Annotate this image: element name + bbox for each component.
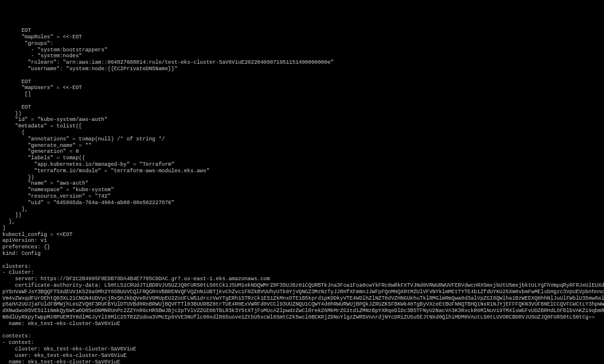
terminal-line (2, 98, 602, 104)
terminal-line: ] (2, 225, 602, 232)
terminal-line: - context: (2, 340, 602, 346)
terminal-line: cluster: eks_test-eks-cluster-SaV6ViuE (2, 346, 602, 353)
terminal-line: p5aHA2UUJjaFUldFBMWjhLeUZVQ0F3RUFBYUlDTU… (2, 301, 602, 308)
terminal-line: N0dlUyRXpyTwppMzRPUEM3Y0dlMGJyYlI0MlC2ST… (2, 314, 602, 321)
terminal-line: clusters: (2, 264, 602, 270)
terminal-line: user: eks_test-eks-cluster-SaV6ViuE (2, 353, 602, 359)
terminal-line: EOT (2, 28, 602, 34)
terminal-output: EOT "mapRoles" = <<-EOT "groups": - "sys… (2, 28, 602, 364)
terminal-line: - "system:bootstrappers" (2, 47, 602, 54)
terminal-line: "name" = "aws-auth" (2, 181, 602, 187)
terminal-line: "mapRoles" = <<-EOT (2, 34, 602, 41)
terminal-line: dXNwdwo0SVES1l1NmkQybWtwODRSeDNMNRUnPc2Z… (2, 308, 602, 314)
terminal-line: { (2, 130, 602, 136)
terminal-line: apiVersion: v1 (2, 238, 602, 244)
terminal-line: ]) (2, 212, 602, 219)
terminal-line: "resource_version" = "742" (2, 194, 602, 200)
terminal-line: }) (2, 111, 602, 117)
terminal-line: pYSnVaWFJsY3BQQFTSXdEUV1KS29a5Mh2Y05BUUV… (2, 289, 602, 296)
terminal-line: name: eks_test-eks-cluster-SaV6ViuE (2, 321, 602, 327)
terminal-line: "rolearn": "arn:aws:iam::064827688814:ro… (2, 60, 602, 66)
terminal-line: EOT (2, 104, 602, 111)
terminal-line: "labels" = tomap({ (2, 155, 602, 162)
terminal-line (2, 327, 602, 334)
terminal-line: "groups": (2, 41, 602, 47)
terminal-line: - cluster: (2, 270, 602, 276)
terminal-line: "app.kubernetes.io/managed-by" = "Terraf… (2, 162, 602, 168)
terminal-line: kubectl_config = <<EOT (2, 232, 602, 238)
terminal-line: "id" = "kube-system/aws-auth" (2, 117, 602, 123)
terminal-line: - "system:nodes" (2, 53, 602, 60)
terminal-line: "generate_name" = "" (2, 143, 602, 149)
terminal-line: [] (2, 91, 602, 98)
terminal-line: EOT (2, 79, 602, 86)
terminal-line: server: https://DF2C2B4995F8EDB78DA4B4E7… (2, 276, 602, 283)
terminal-line: "generation" = 0 (2, 149, 602, 155)
terminal-line: "annotations" = tomap(null) /* of string… (2, 136, 602, 143)
terminal-line: contexts: (2, 333, 602, 340)
terminal-line (2, 257, 602, 264)
terminal-line: certificate-authority-data: LS0tLS1CRUdJ… (2, 283, 602, 289)
terminal-line: name: eks_test-eks-cluster-SaV6ViuE (2, 359, 602, 364)
terminal-line: }, (2, 219, 602, 225)
terminal-line (2, 73, 602, 79)
terminal-line: "metadata" = tolist([ (2, 123, 602, 130)
terminal-line: kind: Config (2, 251, 602, 257)
terminal-line: "username": "system:node:{{EC2PrivateDNS… (2, 66, 602, 73)
terminal-line: Vm4vZWxqdFUrOEhtQ03XL21CNGN4UDVycjRxSHJk… (2, 296, 602, 302)
terminal-line: }) (2, 175, 602, 181)
terminal-line: "terraform.io/module" = "terraform-aws-m… (2, 168, 602, 175)
terminal-line: "namespace" = "kube-system" (2, 187, 602, 194)
terminal-line: }, (2, 206, 602, 213)
terminal-line: "mapUsers" = <<-EOT (2, 85, 602, 91)
terminal-line: preferences: {} (2, 244, 602, 251)
terminal-line: "uid" = "645865da-764a-4904-ab08-88e5022… (2, 200, 602, 206)
